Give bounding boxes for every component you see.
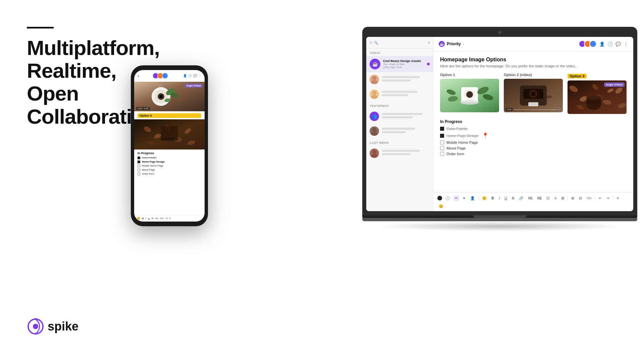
laptop-task-2: Home Page Design 📍: [440, 132, 627, 139]
sidebar-yesterday-lines: [382, 113, 430, 120]
laptop-camera: [498, 31, 501, 34]
laptop-option-1: Option 1: [440, 73, 499, 114]
toolbar-smiley-icon[interactable]: 😊: [437, 203, 445, 209]
sidebar-active-chat[interactable]: ☕ Cool Beanz Design Assets You, Angie & …: [366, 56, 433, 72]
sidebar-line-4: [382, 94, 408, 96]
phone-toolbar-h1[interactable]: H1: [155, 217, 158, 220]
sidebar-filter-icon[interactable]: ▽: [370, 41, 372, 45]
toolbar-table-icon[interactable]: ⊞: [570, 195, 576, 201]
sidebar-search-icon[interactable]: 🔍: [374, 41, 378, 45]
sidebar-back-icon[interactable]: ‹: [428, 40, 430, 45]
phone-toolbar-bold[interactable]: B: [142, 217, 144, 220]
phone-people-icon[interactable]: 👤: [183, 74, 187, 77]
phone-toolbar-italic[interactable]: I: [146, 217, 146, 220]
toolbar-code-icon[interactable]: </>: [585, 196, 593, 201]
phone-time-icon[interactable]: 🕐: [188, 74, 192, 77]
laptop-task-text-5: Order form: [446, 152, 464, 156]
laptop-option-2-image: 0:00 🔊: [504, 79, 563, 112]
sidebar-yesterday-label: YESTERDAY: [366, 102, 433, 109]
toolbar-bold[interactable]: B: [490, 195, 495, 201]
sidebar-unread-dot: [427, 63, 430, 65]
phone-task-checkbox-3: [138, 165, 140, 167]
laptop-body: ▽ 🔍 ‹ TODAY ☕ Cool Beanz Design Assets Y…: [362, 27, 637, 213]
phone-toolbar-check[interactable]: ☑: [165, 217, 168, 220]
toolbar-hr-icon[interactable]: ⊟: [578, 195, 583, 201]
svg-rect-19: [161, 126, 178, 139]
laptop-task-checkbox-1[interactable]: [440, 127, 444, 131]
toolbar-h1[interactable]: H1: [527, 196, 534, 201]
toolbar-pen-icon[interactable]: ✏: [453, 195, 459, 201]
laptop-header-avatar: ☕: [439, 41, 445, 47]
sidebar-chat-yesterday[interactable]: 👥: [366, 109, 433, 124]
laptop-video-volume[interactable]: 🔊: [558, 108, 561, 111]
toolbar-redo[interactable]: ↪: [605, 195, 611, 201]
phone-task-4: About Page: [138, 168, 201, 171]
laptop-option-3-label: Option 3: [568, 74, 587, 78]
toolbar-h2[interactable]: H2: [536, 196, 543, 201]
toolbar-people-icon[interactable]: 👤: [469, 195, 476, 201]
sidebar-chat-yesterday-2[interactable]: [366, 124, 433, 138]
logo-section: spike: [27, 318, 78, 335]
svg-rect-43: [547, 96, 552, 98]
laptop-in-progress: In Progress Color Palette Home Page Desi…: [440, 119, 627, 156]
toolbar-ordered-list[interactable]: ≡: [553, 195, 558, 201]
phone-toolbar-underline[interactable]: U: [148, 217, 150, 220]
laptop-video-time: 0:00: [506, 108, 513, 111]
toolbar-star-icon[interactable]: ✦: [461, 195, 467, 201]
phone-toolbar-strikethrough[interactable]: S: [152, 217, 153, 220]
svg-point-25: [372, 128, 376, 132]
laptop-task-checkbox-3[interactable]: [440, 140, 444, 144]
laptop-video-progress[interactable]: [514, 109, 557, 110]
sidebar-chat-2[interactable]: [366, 72, 433, 87]
phone-toolbar-list[interactable]: ≡: [169, 217, 171, 220]
phone-task-checkbox-4: [138, 169, 140, 171]
toolbar-divider-2: [568, 196, 568, 200]
sidebar-lastweek-lines: [382, 150, 430, 157]
laptop-task-4: About Page: [440, 146, 627, 150]
logo-text: spike: [48, 319, 78, 334]
toolbar-emoji-icon[interactable]: 😊: [481, 195, 488, 201]
laptop-header-avatars: [581, 40, 597, 48]
toolbar-link-icon[interactable]: 🔗: [518, 195, 525, 201]
sidebar-line-6: [382, 116, 413, 118]
laptop-doc-toolbar: 🕐 ✏ ✦ 👤 😊 B I U S 🔗 H1 H2 ☑ ≡ ≣: [433, 192, 633, 211]
laptop-header-people-icon[interactable]: 👤: [599, 42, 605, 47]
toolbar-undo[interactable]: ↩: [597, 195, 603, 201]
sidebar-line-9: [382, 150, 420, 152]
laptop-header-chat-icon[interactable]: 💬: [615, 42, 621, 47]
phone-toolbar-emoji[interactable]: 😊: [137, 217, 140, 220]
phone-video-area: 0:00 / 0:05 Angie O'Neal: [134, 82, 205, 111]
laptop-option-1-label: Option 1: [440, 73, 499, 77]
toolbar-strikethrough[interactable]: S: [511, 195, 516, 201]
phone-more-icon[interactable]: ⋮: [198, 74, 201, 77]
sidebar-chat-3-lines: [382, 91, 430, 98]
phone-avatar-3: [162, 73, 168, 79]
laptop-main-content: ☕ Priority › 👤 🕐 💬: [433, 37, 633, 211]
phone-chat-icon[interactable]: 💬: [193, 74, 197, 77]
toolbar-check[interactable]: ☑: [545, 195, 551, 201]
laptop-task-3: Mobile Home Page: [440, 140, 627, 144]
sidebar-chat-3[interactable]: [366, 87, 433, 102]
toolbar-clock-icon[interactable]: 🕐: [444, 195, 451, 201]
sidebar-chat-lastweek[interactable]: [366, 146, 433, 161]
laptop-header-time-icon[interactable]: 🕐: [607, 42, 613, 47]
svg-point-24: [371, 95, 378, 99]
toolbar-underline[interactable]: U: [503, 195, 508, 201]
toolbar-unordered-list[interactable]: ≣: [560, 195, 566, 201]
laptop-task-checkbox-2[interactable]: [440, 134, 444, 138]
phone-task-2: Home Page Design: [138, 160, 201, 163]
toolbar-add-icon[interactable]: +: [615, 195, 621, 201]
spike-logo-icon: [27, 318, 44, 335]
phone-back-icon[interactable]: ‹: [138, 73, 139, 78]
sidebar-header: ▽ 🔍 ‹: [366, 37, 433, 49]
laptop-option-1-image: [440, 79, 499, 112]
svg-point-28: [371, 154, 378, 158]
laptop-header-more-icon[interactable]: ⋮: [624, 42, 628, 47]
toolbar-italic[interactable]: I: [497, 195, 501, 201]
phone-task-checkbox-1: [138, 157, 140, 159]
toolbar-circle[interactable]: [437, 196, 442, 200]
laptop-screen: ▽ 🔍 ‹ TODAY ☕ Cool Beanz Design Assets Y…: [366, 37, 633, 211]
phone-toolbar-h2[interactable]: H2: [160, 217, 163, 220]
laptop-task-checkbox-5[interactable]: [440, 152, 444, 156]
laptop-task-checkbox-4[interactable]: [440, 146, 444, 150]
